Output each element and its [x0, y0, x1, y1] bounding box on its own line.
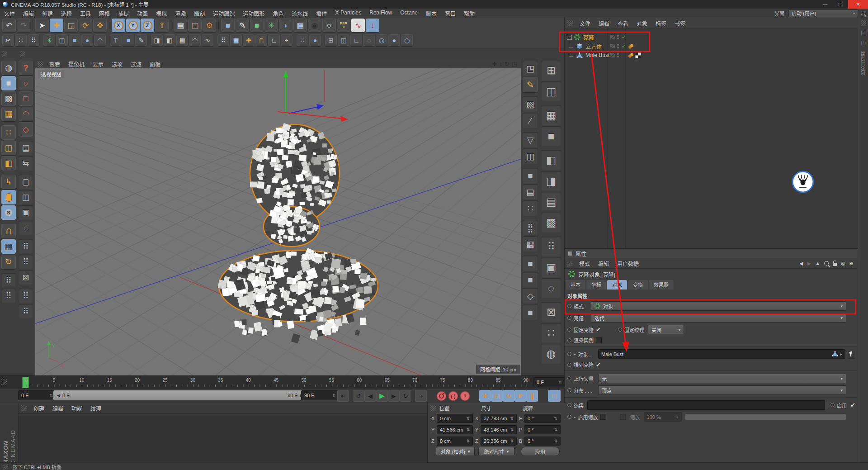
extrude-icon[interactable]: ◨ [151, 34, 163, 46]
key-position-button[interactable]: ✚ [479, 390, 491, 402]
enable-axis-icon[interactable]: ↳ [1, 175, 16, 189]
scale-checkbox[interactable] [600, 414, 606, 420]
tab-基本[interactable]: 基本 [566, 280, 585, 290]
layer-square[interactable] [610, 35, 615, 39]
coordinates-grip[interactable] [430, 405, 436, 411]
motion-system-button[interactable]: ▤ [548, 390, 561, 402]
lock-icon[interactable] [833, 263, 837, 266]
menu-item[interactable]: 编辑 [19, 9, 38, 17]
cube-primitive-icon[interactable]: ■ [123, 34, 134, 46]
modeling-tool-icon[interactable]: ∷ [15, 34, 27, 46]
tab-对象[interactable]: 对象 [607, 280, 627, 290]
phong-tag[interactable] [628, 43, 634, 49]
palette-grip[interactable] [2, 51, 7, 57]
disabled-tool-icon[interactable]: ⠿ [541, 237, 561, 256]
object-manager-menu-item[interactable]: 书签 [670, 19, 689, 27]
sculpt-pen-icon[interactable]: ✎ [523, 77, 538, 92]
record-key-button[interactable] [437, 391, 446, 401]
loft-icon[interactable]: ▤ [176, 34, 188, 46]
render-picture-viewer-icon[interactable]: ◳ [188, 19, 202, 32]
object-row-立方体[interactable]: 立方体 ✓ [565, 42, 858, 51]
key-pla-button[interactable]: ⣿ [526, 390, 538, 402]
polygon-mode-icon[interactable]: ◧ [1, 156, 16, 171]
mode-dropdown[interactable]: 对象 ▾ [591, 301, 846, 311]
menu-item[interactable]: 渲染 [171, 9, 190, 17]
palette-dots-icon[interactable]: ⠿ [1, 273, 16, 288]
bezier-icon[interactable]: ∿ [202, 34, 213, 46]
viewport-3d-canvas[interactable]: YX 透视视图 网格间距: 10 cm [35, 68, 521, 375]
dynamics-icon[interactable]: ↓ [366, 19, 379, 32]
menu-item[interactable]: 创建 [38, 9, 57, 17]
disabled-tool-icon[interactable]: ⊞ [541, 61, 561, 81]
workplane-mode-icon[interactable]: ▦ [1, 107, 16, 121]
coord-field[interactable]: 0 cm⇅ [437, 414, 473, 423]
viewport-solo-icon[interactable] [1, 190, 16, 204]
tab-效果器[interactable]: 效果器 [649, 280, 674, 290]
up-icon[interactable]: ▲ [815, 261, 820, 266]
phong-tag[interactable] [628, 52, 634, 58]
snap-3d-icon[interactable]: S [1, 205, 16, 220]
live-selection-icon[interactable]: ➤ [35, 19, 49, 32]
disabled-tool-icon[interactable]: ▧ [523, 96, 538, 112]
disabled-tool-icon[interactable]: ◫ [19, 190, 33, 204]
fix-clone-checkbox[interactable]: ✔ [596, 326, 601, 333]
disabled-tool-icon[interactable]: ■ [541, 126, 561, 146]
play-button[interactable]: ▶ [376, 390, 388, 402]
dock-grip[interactable] [861, 20, 866, 26]
disabled-tool-icon[interactable]: ■ [523, 272, 538, 287]
timeline-range-slider[interactable]: ◀ 0 F 90 F ▶ [53, 390, 307, 400]
undo-icon[interactable]: ↶ [2, 19, 16, 32]
disabled-tool-icon[interactable]: ■ [523, 168, 538, 183]
clones-dropdown[interactable]: 迭代 ▾ [591, 313, 846, 323]
menu-item[interactable]: 文件 [0, 9, 19, 17]
rectangle-selection-icon[interactable]: □ [19, 91, 33, 106]
layer-square[interactable] [610, 44, 615, 48]
tab-坐标[interactable]: 坐标 [586, 280, 606, 290]
attributes-menu-item[interactable]: 模式 [575, 260, 594, 267]
capsule-pair-icon[interactable]: ◌ [363, 34, 375, 46]
clock-icon[interactable]: ◷ [401, 34, 413, 46]
disabled-tool-icon[interactable]: ⠿ [19, 239, 33, 254]
timeline-grip[interactable] [1, 379, 7, 385]
tracer-icon[interactable]: ∟ [350, 34, 362, 46]
disabled-tool-icon[interactable]: ◫ [541, 81, 561, 101]
maximize-view-icon[interactable]: ◳ [512, 61, 517, 67]
goto-start-button[interactable]: ⇤ [337, 390, 349, 402]
coord-field[interactable]: 0 cm⇅ [437, 437, 473, 446]
next-key-button[interactable]: ↻ [400, 390, 411, 402]
disabled-tool-icon[interactable]: ∷ [523, 200, 538, 216]
selection-enable-checkbox[interactable]: ✔ [850, 402, 855, 408]
timeline-ruler[interactable]: 0 F⇅ 05101520253035404550556065707580859… [0, 375, 564, 389]
panel-tab-icon[interactable]: ▤ [861, 29, 866, 36]
object-link-field[interactable]: Male Bust ▸ [598, 349, 845, 359]
viewport-grip[interactable] [38, 61, 43, 67]
coordinate-mode-dropdown[interactable]: 对象 (相对)▾ [436, 447, 475, 456]
menu-item[interactable]: Octane [396, 9, 422, 17]
disabled-tool-icon[interactable]: ◳ [523, 61, 538, 76]
dotted-sphere-icon[interactable]: ● [388, 34, 400, 46]
viewport-menu-item[interactable]: 查看 [45, 60, 64, 68]
camera-icon[interactable]: ◉ [308, 19, 321, 32]
modeling-tool-icon[interactable]: ⠿ [28, 34, 39, 46]
object-row-克隆[interactable]: 克隆 ✓ [565, 33, 858, 42]
up-vector-dropdown[interactable]: 无 ▾ [598, 374, 846, 383]
disabled-tool-icon[interactable]: ▣ [19, 205, 33, 220]
make-editable-icon[interactable]: ◍ [1, 61, 16, 75]
pen-spline-icon[interactable]: ✎ [236, 19, 249, 32]
subdivision-surface-icon[interactable]: ■ [250, 19, 264, 32]
viewport-menu-item[interactable]: 过滤 [127, 60, 146, 68]
axis-tool-icon[interactable]: ∟ [268, 34, 280, 46]
content-browser-tab[interactable]: 内容浏览器 [860, 51, 867, 76]
selection-field[interactable] [587, 400, 825, 410]
object-manager-menu-item[interactable]: 对象 [632, 19, 651, 27]
disabled-tool-icon[interactable]: ⠿ [19, 289, 33, 303]
menu-item[interactable]: 捕捉 [114, 9, 133, 17]
menu-item[interactable]: 脚本 [422, 9, 441, 17]
disabled-tool-icon[interactable]: ⇆ [19, 156, 33, 171]
disabled-tool-icon[interactable]: ◨ [541, 171, 561, 191]
menu-item[interactable]: 帮助 [460, 9, 479, 17]
redo-icon[interactable]: ↷ [17, 19, 30, 32]
attributes-menu-item[interactable]: 编辑 [594, 260, 613, 267]
edge-mode-icon[interactable]: ◫ [1, 141, 16, 155]
viewport-menu-item[interactable]: 选项 [108, 60, 127, 68]
